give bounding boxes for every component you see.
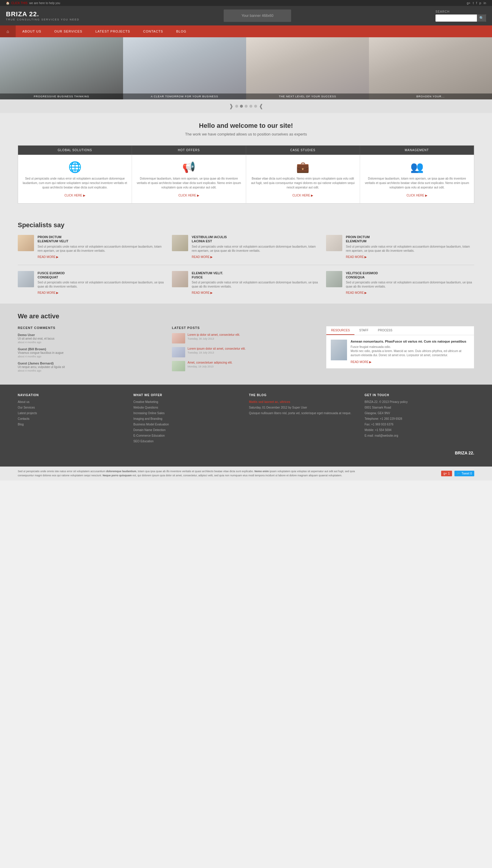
footer-offer-6[interactable]: Domain Name Detection [133,428,243,432]
social-linkedin-icon[interactable]: in [484,1,486,5]
resources-tabs: RESOURCES STAFF PROCESS [326,326,474,335]
nav-about[interactable]: ABOUT US [16,26,48,37]
post-thumb-3 [172,361,185,371]
service-body-2: 📢 Doloremque laudantium, totam rem aperi… [132,155,246,203]
specialist-item-3: PROIN DICTUMELEMENTUM Sed ut perspiciati… [326,235,474,259]
specialist-info-3: PROIN DICTUMELEMENTUM Sed ut perspiciati… [346,235,474,259]
footer-offer-1[interactable]: Creative Marketing [133,400,243,404]
nav-home[interactable]: ⌂ [0,25,16,37]
read-more-2[interactable]: READ MORE ▶ [192,255,213,258]
footer-link-projects[interactable]: Latest projects [18,411,127,415]
click-here-4[interactable]: CLICK HERE ▶ [407,194,427,197]
post-link-2[interactable]: Lorem ipsum dolor sit amet, consectetur … [188,347,246,350]
read-more-6[interactable]: READ MORE ▶ [346,291,367,294]
hero-image-3 [246,37,369,99]
comment-3: Guest (James Bernard) Ut neque arcu, vul… [18,362,166,372]
welcome-section: Hello and welcome to our site! The work … [0,113,492,145]
search-block: SEARCH 🔍 [436,10,486,22]
service-header-2: HOT OFFERS [132,146,246,155]
specialist-name-2: VESTIBULUM IACULISLACINIA EST [192,235,320,244]
footer-offer-5[interactable]: Business Model Evaluation [133,422,243,427]
nav-contacts[interactable]: CONTACTS [137,26,170,37]
slider-dot-2[interactable] [240,105,243,108]
read-more-4[interactable]: READ MORE ▶ [38,291,58,294]
footer-offer-8[interactable]: SEO Education [133,439,243,444]
slider-dot-3[interactable] [245,105,248,108]
footer-link-about[interactable]: About us [18,400,127,404]
specialist-name-6: VELITSCE EUISMODCONSEQUA [346,271,474,279]
footer-offer-4[interactable]: Imaging and Branding [133,417,243,421]
click-here-2[interactable]: CLICK HERE ▶ [178,194,199,197]
post-thumb-2 [172,347,185,357]
twitter-icon: 🐦 [457,472,460,475]
hero-panel-2: A CLEAR TOMORROW FOR YOUR BUSINESS [123,37,246,99]
latest-posts-label: LATEST POSTS [172,326,320,329]
post-date-2: Tuesday, 19 July 2013 [188,351,246,354]
hero-panel-4: BROADEN YOUR... [369,37,492,99]
top-bar-link[interactable]: CLICK THIS [11,1,27,5]
home-icon-small: 🏠 [6,1,9,5]
footer-offer-3[interactable]: Increasing Online Sales [133,411,243,415]
hero-caption-2: A CLEAR TOMORROW FOR YOUR BUSINESS [123,94,246,99]
resources-box: RESOURCES STAFF PROCESS Aenean nonuertau… [326,326,474,369]
services-section: GLOBAL SOLUTIONS HOT OFFERS CASE STUDIES… [0,145,492,213]
briefcase-icon: 💼 [251,161,355,173]
slider-next[interactable]: ❰ [259,103,263,109]
service-header-3: CASE STUDIES [246,146,360,155]
read-more-5[interactable]: READ MORE ▶ [192,291,213,294]
footer-offer-7[interactable]: E-Commerce Education [133,433,243,438]
click-here-1[interactable]: CLICK HERE ▶ [65,194,85,197]
footer-nav-label: NAVIGATION [18,394,127,397]
nav-services[interactable]: OUR SERVICES [48,26,89,37]
site-footer: NAVIGATION About us Our Services Latest … [0,385,492,467]
specialist-avatar-6 [326,271,342,287]
post-1: Lorem ip dolor sit amet, consectetur eli… [172,333,320,344]
hero-panel-3: THE NEXT LEVEL OF YOUR SUCCESS [246,37,369,99]
slider-prev[interactable]: ❱ [229,103,233,109]
welcome-subheading: The work we have completed allows us to … [6,132,486,137]
footer-telephone: Telephone: +1 260 229 6928 [365,417,474,421]
service-text-1: Sed ut perspiciatis unde natus error sit… [23,176,127,190]
social-pinterest-icon[interactable]: p [479,1,481,5]
social-twitter-icon[interactable]: t [473,1,474,5]
top-bar-social: g+ t f p in [467,1,486,5]
slider-dot-1[interactable] [235,105,238,108]
service-header-1: GLOBAL SOLUTIONS [18,146,132,155]
specialist-item-6: VELITSCE EUISMODCONSEQUA Sed ut perspici… [326,271,474,295]
footer-contact: GET IN TOUCH BRIZA-22. © 2013 Privacy po… [365,394,474,445]
hero-panel-1: PROGRESSIVE BUSINESS THINKING [0,37,123,99]
service-text-2: Doloremque laudantium, totam rem aperiam… [137,176,241,190]
post-link-3[interactable]: Amet, consectetuer adipiscing elit. [188,361,232,364]
social-g-icon[interactable]: g+ [467,1,471,5]
specialist-name-1: PROIN DICTUMELEMENTUM VELIT [38,235,166,244]
specialist-avatar-5 [172,271,188,287]
specialist-item-4: FUSCE EUISMODCONSEQUAT Sed ut perspiciat… [18,271,166,295]
resources-body: Fusce feugiat malesuada odio.Morbi nec o… [350,345,469,357]
twitter-share-btn[interactable]: 🐦 Tweet 0 [454,471,474,476]
footer-link-blog[interactable]: Blog [18,422,127,427]
hero-caption-1: PROGRESSIVE BUSINESS THINKING [0,94,123,99]
post-link-1[interactable]: Lorem ip dolor sit amet, consectetur eli… [188,333,240,337]
tab-resources[interactable]: RESOURCES [326,326,354,335]
slider-dot-4[interactable] [249,105,252,108]
resources-read-more[interactable]: READ MORE ▶ [350,360,372,364]
tab-process[interactable]: PROCESS [373,326,397,335]
slider-controls: ❱ ❰ [0,99,492,113]
specialist-text-6: Sed ut perspiciatis unde natus error sit… [346,280,474,289]
resources-col: RESOURCES STAFF PROCESS Aenean nonuertau… [326,326,474,376]
click-here-3[interactable]: CLICK HERE ▶ [292,194,313,197]
hero-image-1 [0,37,123,99]
google-share-btn[interactable]: g+ 1 [441,471,452,476]
slider-dot-5[interactable] [254,105,257,108]
footer-link-contacts[interactable]: Contacts [18,417,127,421]
read-more-3[interactable]: READ MORE ▶ [346,255,367,258]
nav-projects[interactable]: LATEST PROJECTS [89,26,137,37]
search-input[interactable] [436,15,477,21]
social-facebook-icon[interactable]: f [476,1,477,5]
nav-blog[interactable]: BLOG [170,26,193,37]
search-button[interactable]: 🔍 [477,15,486,22]
tab-staff[interactable]: STAFF [354,326,373,335]
footer-offer-2[interactable]: Website Questions [133,405,243,410]
read-more-1[interactable]: READ MORE ▶ [38,255,58,258]
footer-link-services[interactable]: Our Services [18,405,127,410]
